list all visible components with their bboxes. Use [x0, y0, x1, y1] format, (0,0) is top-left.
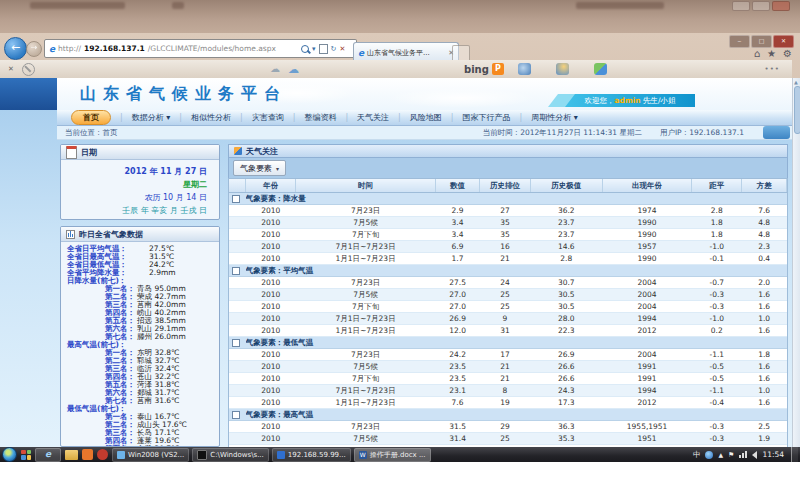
stop-icon[interactable]: ✕	[339, 45, 345, 53]
app-grid-icon[interactable]	[21, 450, 31, 460]
search-icon[interactable]	[301, 45, 309, 53]
bing-toolbar[interactable]: bing P	[464, 63, 504, 75]
toolbar-addon-icon[interactable]	[594, 63, 607, 75]
cell: 7月1日~7月23日	[296, 385, 435, 397]
cell: 1.6	[742, 373, 787, 385]
weather-element-dropdown-button[interactable]: 气象要素 ▾	[233, 160, 286, 176]
nav-item-1[interactable]: 数据分析 ▾	[132, 112, 171, 123]
toolbar-addon-icon[interactable]	[518, 63, 531, 75]
taskbar-button-icon	[277, 451, 285, 459]
minimize-button[interactable]: ‒	[729, 35, 750, 48]
weather-element-label: 气象要素	[240, 163, 272, 174]
expand-checkbox-icon[interactable]	[232, 195, 240, 203]
nav-bar: 首页|数据分析 ▾|相似性分析|灾害查询|整编资料|天气关注|风险地图|国家下行…	[57, 110, 792, 126]
cloud-icon: ☁	[288, 63, 299, 76]
toolbar-overflow-icon[interactable]: •••	[765, 65, 780, 73]
taskbar-window-button[interactable]: W操作手册.docx ...	[354, 448, 431, 462]
taskbar-explorer-button[interactable]	[65, 450, 78, 460]
cloud-icon: ☁	[270, 63, 280, 74]
cell: 27.0	[435, 289, 480, 301]
browser-tab[interactable]: e 山东省气候业务平... ✕	[353, 42, 459, 62]
start-button[interactable]	[2, 447, 17, 462]
group-expand-cell[interactable]	[229, 193, 246, 205]
refresh-icon[interactable]: ↻	[331, 45, 337, 53]
ime-indicator[interactable]: 中	[693, 450, 701, 460]
network-icon[interactable]	[739, 451, 747, 458]
forward-button[interactable]: →	[26, 41, 42, 57]
taskbar-app-orange[interactable]	[82, 449, 93, 460]
nav-separator: |	[120, 113, 123, 122]
nav-item-5[interactable]: 天气关注	[357, 112, 389, 123]
table-row: 20107月下旬27.02530.52004-0.31.6	[229, 301, 787, 313]
taskbar-window-button[interactable]: 192.168.59.99...	[272, 448, 351, 462]
tools-gear-icon[interactable]: ⚙	[783, 48, 792, 59]
table-row: 20101月1日~7月23日1.7212.81990-0.10.4	[229, 253, 787, 265]
expand-checkbox-icon[interactable]	[232, 339, 240, 347]
close-button[interactable]: ✕	[773, 35, 794, 48]
vertical-scrollbar[interactable]: ▲	[792, 78, 800, 447]
cell: 1.7	[435, 253, 480, 265]
cell: 1.8	[742, 349, 787, 361]
group-expand-cell[interactable]	[229, 265, 246, 277]
tray-app-icon[interactable]	[705, 451, 713, 459]
nav-item-2[interactable]: 相似性分析	[191, 112, 231, 123]
taskbar-button-icon	[197, 450, 207, 460]
cell: 1990	[603, 229, 692, 241]
scrollbar-thumb[interactable]	[794, 86, 800, 134]
taskbar-window-button[interactable]: C:\Windows\s...	[192, 448, 269, 462]
clock[interactable]: 11:54	[762, 450, 784, 459]
nav-item-6[interactable]: 风险地图	[410, 112, 442, 123]
cell: 21	[480, 373, 530, 385]
action-center-flag-icon[interactable]: ⚑	[728, 451, 734, 459]
group-expand-cell[interactable]	[229, 409, 246, 421]
expand-checkbox-icon[interactable]	[232, 267, 240, 275]
address-bar[interactable]: e http://192.168.137.1/GLCCLIMATE/module…	[44, 39, 308, 58]
back-button[interactable]: ←	[4, 37, 27, 60]
cell: 7月下旬	[296, 229, 435, 241]
show-desktop-button[interactable]	[791, 447, 798, 462]
taskbar-window-button[interactable]: Win2008 (VS2...	[112, 448, 189, 462]
group-row[interactable]: 气象要素：最低气温	[229, 337, 787, 349]
taskbar-app-red[interactable]	[97, 449, 108, 460]
taskbar-button-icon	[117, 451, 125, 459]
scroll-up-icon[interactable]: ▲	[794, 79, 798, 85]
group-row[interactable]: 气象要素：平均气温	[229, 265, 787, 277]
group-row[interactable]: 气象要素：最高气温	[229, 409, 787, 421]
group-row[interactable]: 气象要素：降水量	[229, 193, 787, 205]
row-expand-cell	[229, 277, 246, 289]
cell: 0.2	[692, 325, 742, 337]
taskbar-ie-button[interactable]: e	[35, 448, 61, 462]
volume-icon[interactable]	[752, 451, 757, 459]
group-title: 气象要素：降水量	[246, 193, 787, 205]
table-row: 20107月1日~7月23日23.1824.31994-1.11.0	[229, 385, 787, 397]
table-row: 20107月5候3.43523.719901.84.8	[229, 217, 787, 229]
search-dropdown-icon[interactable]: ▾	[312, 45, 316, 53]
maximize-button[interactable]: □	[751, 35, 772, 48]
table-row: 20101月1日~7月23日12.03122.320120.21.6	[229, 325, 787, 337]
cell: 23.1	[435, 385, 480, 397]
bing-app-icon[interactable]: P	[492, 63, 504, 75]
toolbar-addon-icon[interactable]	[556, 63, 569, 75]
nav-separator: |	[451, 113, 454, 122]
weather-rank-sections: 日降水量(前七)：第一名：青岛 95.0mm第二名：荣成 42.7mm第三名：莒…	[67, 277, 216, 447]
cell: 22.3	[530, 325, 602, 337]
home-icon[interactable]: ⌂	[754, 48, 760, 59]
favorites-star-icon[interactable]: ★	[767, 48, 776, 59]
expand-checkbox-icon[interactable]	[232, 411, 240, 419]
cell: 7月1日~7月23日	[296, 241, 435, 253]
url-host: 192.168.137.1	[84, 44, 145, 53]
nav-item-0[interactable]: 首页	[71, 110, 111, 125]
show-hidden-icons[interactable]: ▲	[718, 451, 723, 458]
screen: ‒ □ ✕ ← → e http://192.168.137.1/GLCCLIM…	[0, 0, 800, 500]
nav-item-7[interactable]: 国家下行产品	[462, 112, 510, 123]
cell: 2004	[603, 349, 692, 361]
column-header: 年份	[246, 179, 296, 193]
nav-item-3[interactable]: 灾害查询	[252, 112, 284, 123]
nav-item-4[interactable]: 整编资料	[304, 112, 336, 123]
cell: 1.8	[692, 229, 742, 241]
nav-item-8[interactable]: 周期性分析 ▾	[531, 112, 578, 123]
cell: -0.7	[692, 277, 742, 289]
addon-close-icon[interactable]: ✕	[8, 65, 14, 73]
compatibility-view-icon[interactable]	[319, 44, 328, 54]
group-expand-cell[interactable]	[229, 337, 246, 349]
